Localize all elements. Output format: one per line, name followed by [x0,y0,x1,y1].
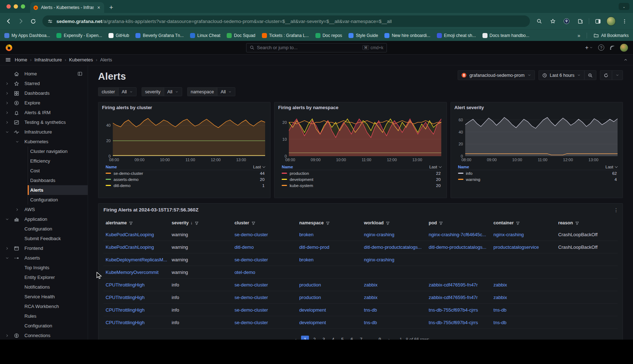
bookmark-item[interactable]: Beverly Grafana Tn... [135,33,184,38]
table-row[interactable]: KubeDeploymentReplicasM...warningse-demo… [103,253,618,266]
cell-namespace[interactable]: development [297,307,362,313]
bookmark-item[interactable]: Style Guide [348,33,378,38]
sidebar-item-explore[interactable]: Explore [0,98,88,108]
filter-value-dropdown[interactable]: All [164,88,182,96]
filter-funnel-icon[interactable] [325,221,330,225]
sidebar-item-efficiency[interactable]: Efficiency [0,156,88,166]
scroll-top-icon[interactable] [623,57,628,62]
breadcrumb-item[interactable]: Alerts [100,57,112,62]
cell-namespace[interactable]: production [297,282,362,288]
panel-firing-alerts-by-namespace[interactable]: Firing alerts by namespace 20100 08:0009… [274,102,447,198]
table-row[interactable]: CPUThrottlingHighinfose-demo-clusterdeve… [103,304,618,316]
legend-row[interactable]: development 20 [280,176,442,182]
legend-header[interactable]: Name Last [280,164,442,170]
cell-pod[interactable]: zabbix-cdf476595-fn47r [426,282,491,288]
sidebar-item-configuration[interactable]: Configuration [0,321,88,331]
column-header-reason[interactable]: reason [556,220,618,225]
chevron-icon[interactable] [5,101,10,105]
chevron-icon[interactable] [5,333,10,338]
sidebar-item-kubernetes[interactable]: Kubernetes [0,137,88,146]
browser-profile-avatar[interactable] [606,17,616,26]
breadcrumb-item[interactable]: Infrastructure [34,57,62,62]
legend-row[interactable]: info 62 [457,170,618,176]
cell-alertname[interactable]: CPUThrottlingHigh [103,295,170,300]
search-icon[interactable] [534,16,544,26]
column-header-container[interactable]: container [491,220,556,225]
sidebar-item-alerts[interactable]: Alerts [0,185,88,195]
sidebar-item-testing-synthetics[interactable]: Testing & synthetics [0,117,88,127]
url-bar[interactable]: sedemo.grafana.net/a/grafana-k8s-app/ale… [42,15,530,27]
cell-container[interactable]: zabbix [491,295,556,300]
legend-name-header[interactable]: Name [282,165,293,169]
page-button-3[interactable]: 3 [320,336,328,340]
timeseries-chart[interactable]: 40200 [113,114,265,156]
breadcrumb-item[interactable]: Home [15,57,27,62]
chevron-icon[interactable] [5,256,10,260]
sidebar-item-asserts[interactable]: Asserts [0,253,88,263]
user-avatar[interactable] [620,44,628,52]
table-row[interactable]: CPUThrottlingHighinfose-demo-clusterprod… [103,279,618,291]
dock-sidebar-icon[interactable] [77,71,83,76]
bookmark-item[interactable]: Emoji cheat sh... [437,33,476,38]
search-input[interactable]: Search or jump to... ⌘cmd+k [246,43,387,52]
legend-header[interactable]: Name Last [457,164,618,170]
filter-funnel-icon[interactable] [516,221,520,225]
filter-value-dropdown[interactable]: All [118,88,136,96]
tab-close-icon[interactable]: × [96,5,101,10]
sidebar-item-application[interactable]: Application [0,214,88,224]
datasource-picker[interactable]: grafanacloud-sedemo-prom [458,70,535,80]
refresh-interval-dropdown[interactable] [612,71,623,80]
chevron-icon[interactable] [15,207,20,212]
forward-button[interactable] [16,16,26,26]
cell-container[interactable]: productcatalogservice [491,244,556,250]
sidebar-item-home[interactable]: Home [0,69,88,79]
sidebar-item-top-insights[interactable]: Top Insights [0,263,88,272]
help-icon[interactable]: ? [598,45,604,51]
new-tab-button[interactable]: + [109,4,113,11]
bookmark-star-icon[interactable] [548,16,558,26]
page-button-6[interactable]: 6 [348,336,356,340]
sidebar-item-aws[interactable]: AWS [0,205,88,214]
sidebar-item-notifications[interactable]: Notifications [0,282,88,292]
sidebar-item-connections[interactable]: Connections [0,331,88,340]
column-header-workload[interactable]: workload [362,220,426,225]
menu-toggle-icon[interactable] [5,57,11,63]
cell-namespace[interactable]: ditl-demo-prod [297,244,362,250]
sidebar-item-cost[interactable]: Cost [0,166,88,176]
password-manager-extension-icon[interactable] [562,16,572,26]
panel-alert-severity[interactable]: Alert severity 6040200 08:0009:0010:0011… [451,102,623,198]
legend-name-header[interactable]: Name [458,165,469,169]
filter-funnel-icon[interactable] [251,221,256,225]
cell-workload[interactable]: zabbix [362,282,426,288]
chevron-icon[interactable] [5,111,10,115]
legend-last-header[interactable]: Last [253,165,265,169]
grafana-logo[interactable] [5,44,13,52]
site-info-icon[interactable] [47,19,53,24]
cell-container[interactable]: nginx-crashing [491,232,556,237]
sidebar-item-entity-explorer[interactable]: Entity Explorer [0,272,88,282]
previous-page-button[interactable]: ‹ [292,336,300,340]
reload-button[interactable] [28,16,38,26]
table-row[interactable]: KubePodCrashLoopingwarningse-demo-cluste… [103,228,618,241]
chevron-icon[interactable] [5,120,10,125]
cell-alertname[interactable]: CPUThrottlingHigh [103,320,170,325]
legend-row[interactable]: broken 2 [280,188,442,190]
back-button[interactable] [4,16,14,26]
table-row[interactable]: KubeMemoryOvercommitwarningotel-demo [103,266,618,279]
sidebar-item-submit-feedback[interactable]: Submit Feedback [0,234,88,243]
cell-namespace[interactable]: broken [297,232,362,237]
chevron-icon[interactable] [5,81,10,86]
cell-container[interactable]: tns-db [491,307,556,313]
zoom-window-button[interactable] [21,4,25,9]
refresh-button[interactable] [600,70,623,80]
page-button-1[interactable]: 1 [301,336,309,340]
bookmark-item[interactable]: Docs team handbo... [482,33,530,38]
zoom-out-button[interactable] [584,71,596,80]
legend-row[interactable]: ditl-demo 1 [104,182,266,188]
browser-tab[interactable]: Alerts - Kubernetes - Infrastr × [30,2,104,13]
bookmark-item[interactable]: Doc Squad [227,33,255,38]
column-header-pod[interactable]: pod [426,220,491,225]
cell-workload[interactable]: zabbix [362,295,426,300]
cell-namespace[interactable]: broken [297,257,362,262]
filter-funnel-icon[interactable] [439,221,443,225]
